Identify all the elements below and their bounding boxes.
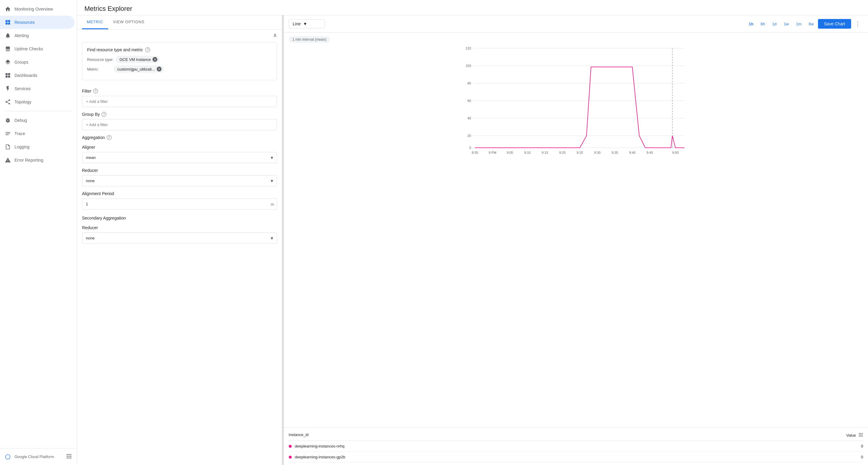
svg-text:9:05: 9:05 (507, 151, 513, 154)
svg-text:40: 40 (467, 116, 471, 120)
time-btn-6h[interactable]: 6h (758, 20, 768, 28)
chart-type-label: Line (293, 21, 301, 26)
svg-text:9 PM: 9 PM (489, 151, 496, 154)
time-btn-1d[interactable]: 1d (769, 20, 779, 28)
right-panel: Line ▼ 1h 6h 1d 1w 1m 6w Save Chart ⋮ 1 … (284, 16, 868, 465)
metric-chip[interactable]: custom/gpu_utilizati... ✕ (114, 65, 164, 73)
sidebar-item-groups[interactable]: Groups (0, 56, 74, 69)
sidebar-item-logging[interactable]: Logging (0, 140, 74, 153)
sidebar-item-monitoring-overview[interactable]: Monitoring Overview (0, 2, 74, 16)
resource-type-chip-close[interactable]: ✕ (153, 57, 157, 62)
more-options-button[interactable]: ⋮ (852, 19, 863, 29)
tab-view-options[interactable]: VIEW OPTIONS (108, 16, 150, 29)
legend-row[interactable]: deeplearning-instances-gp2b 0 (289, 452, 863, 463)
brand-label: Google Cloud Platform (14, 455, 54, 459)
metric-row: Metric: custom/gpu_utilizati... ✕ (87, 65, 272, 73)
filter-input[interactable] (82, 96, 277, 107)
legend-row[interactable]: deeplearning-instances-nrhq 0 (289, 441, 863, 452)
reducer-select[interactable]: none mean sum min max count (82, 175, 277, 186)
alignment-period-unit: m (271, 202, 274, 206)
time-range-buttons: 1h 6h 1d 1w 1m 6w Save Chart ⋮ (746, 19, 863, 29)
time-btn-6w[interactable]: 6w (806, 20, 817, 28)
aggregation-section: Aggregation ? Aligner mean sum min max c… (77, 130, 282, 244)
legend-header: instance_id Value (289, 430, 863, 441)
grid-icon (5, 19, 11, 25)
sidebar-item-label: Topology (14, 99, 31, 104)
sidebar-item-topology[interactable]: Topology (0, 95, 74, 109)
svg-text:9:10: 9:10 (524, 151, 530, 154)
group-by-help-icon[interactable]: ? (101, 112, 106, 117)
alignment-period-label: Alignment Period (82, 191, 277, 196)
aligner-label: Aligner (82, 145, 277, 150)
aggregation-help-icon[interactable]: ? (107, 135, 112, 140)
group-by-label: Group By ? (82, 112, 277, 117)
grid-small-icon[interactable] (66, 453, 72, 460)
svg-text:0: 0 (469, 146, 471, 150)
chart-toolbar: Line ▼ 1h 6h 1d 1w 1m 6w Save Chart ⋮ (284, 16, 868, 33)
reducer-select-wrapper: none mean sum min max count ▼ (82, 175, 277, 186)
dashboard-icon (5, 72, 11, 79)
save-chart-button[interactable]: Save Chart (818, 19, 851, 29)
filter-help-icon[interactable]: ? (93, 89, 98, 93)
sidebar-divider-1 (5, 111, 72, 111)
sidebar-item-label: Resources (14, 20, 35, 25)
sidebar-item-trace[interactable]: Trace (0, 127, 74, 140)
page-header: Metrics Explorer (77, 0, 868, 16)
sidebar-item-label: Uptime Checks (14, 47, 43, 51)
resource-type-label: Resource type: (87, 57, 113, 62)
group-by-input[interactable] (82, 119, 277, 130)
svg-text:9:20: 9:20 (559, 151, 565, 154)
sidebar-item-label: Services (14, 86, 31, 91)
lightning-icon (5, 86, 11, 92)
secondary-aggregation-label: Secondary Aggregation (82, 215, 277, 221)
time-btn-1w[interactable]: 1w (781, 20, 792, 28)
bell-icon (5, 33, 11, 38)
content-area: METRIC VIEW OPTIONS ∧ Find resource type… (77, 16, 868, 465)
sidebar-item-debug[interactable]: Debug (0, 114, 74, 127)
sidebar-item-error-reporting[interactable]: Error Reporting (0, 153, 74, 167)
layers-icon (5, 59, 11, 65)
metric-chip-close[interactable]: ✕ (157, 67, 161, 71)
home-icon (5, 6, 11, 12)
sidebar-item-label: Trace (14, 131, 25, 136)
sidebar-item-uptime-checks[interactable]: Uptime Checks (0, 42, 74, 56)
aligner-select[interactable]: mean sum min max count none (82, 152, 277, 163)
sidebar: Monitoring Overview Resources Alerting U… (0, 0, 77, 465)
chart-svg-container: 0 20 40 60 80 100 120 8:55 9 PM 9:05 9:1… (289, 45, 863, 158)
chart-type-selector[interactable]: Line ▼ (289, 19, 325, 28)
sidebar-item-resources[interactable]: Resources (0, 16, 74, 29)
tab-metric[interactable]: METRIC (82, 16, 108, 29)
alignment-period-input[interactable] (82, 198, 277, 210)
svg-text:80: 80 (467, 81, 471, 85)
svg-text:9:45: 9:45 (647, 151, 653, 154)
legend-columns-icon[interactable] (858, 432, 863, 438)
legend-dot-2 (289, 456, 292, 459)
sidebar-item-label: Groups (14, 60, 28, 64)
sidebar-item-label: Dashboards (14, 73, 37, 78)
time-btn-1h[interactable]: 1h (746, 20, 756, 28)
sidebar-item-label: Alerting (14, 33, 29, 38)
sidebar-item-label: Error Reporting (14, 158, 43, 163)
google-cloud-logo (5, 454, 11, 460)
aggregation-label: Aggregation ? (82, 135, 277, 140)
svg-text:100: 100 (466, 64, 471, 67)
secondary-reducer-select[interactable]: none (82, 233, 277, 244)
svg-text:20: 20 (467, 134, 471, 138)
svg-text:8:55: 8:55 (472, 151, 478, 154)
find-resource-help-icon[interactable]: ? (145, 47, 150, 52)
sidebar-item-alerting[interactable]: Alerting (0, 29, 74, 42)
sidebar-item-dashboards[interactable]: Dashboards (0, 69, 74, 82)
legend-name-1: deeplearning-instances-nrhq (295, 444, 851, 448)
share-icon (5, 99, 11, 105)
collapse-button[interactable]: ∧ (273, 32, 277, 38)
tabs-bar: METRIC VIEW OPTIONS (77, 16, 282, 30)
legend-value-2: 0 (851, 455, 863, 459)
legend-name-2: deeplearning-instances-gp2b (295, 455, 851, 459)
svg-text:60: 60 (467, 99, 471, 103)
resource-type-chip[interactable]: GCE VM Instance ✕ (116, 56, 160, 63)
filter-section: Filter ? (77, 84, 282, 107)
time-btn-1m[interactable]: 1m (793, 20, 804, 28)
chart-svg: 0 20 40 60 80 100 120 8:55 9 PM 9:05 9:1… (289, 45, 863, 157)
sidebar-item-services[interactable]: Services (0, 82, 74, 95)
secondary-reducer-label: Reducer (82, 225, 277, 230)
